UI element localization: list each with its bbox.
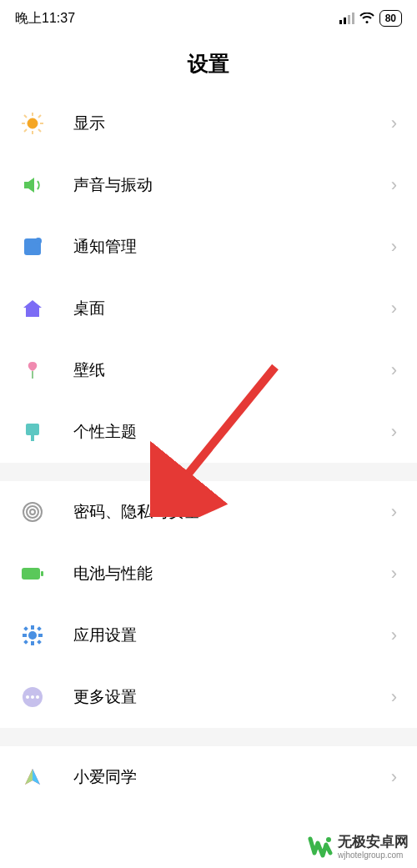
fingerprint-icon bbox=[20, 499, 45, 524]
chevron-right-icon: › bbox=[391, 625, 397, 646]
status-time: 晚上11:37 bbox=[15, 10, 75, 28]
chevron-right-icon: › bbox=[391, 174, 397, 196]
battery-icon bbox=[20, 561, 45, 586]
settings-item-sound[interactable]: 声音与振动 › bbox=[0, 154, 417, 216]
svg-point-18 bbox=[27, 506, 38, 518]
svg-point-32 bbox=[26, 695, 29, 699]
settings-item-label: 密码、隐私与安全 bbox=[73, 501, 391, 523]
more-icon bbox=[20, 685, 45, 710]
brightness-icon bbox=[20, 111, 45, 136]
settings-item-label: 更多设置 bbox=[73, 686, 391, 708]
chevron-right-icon: › bbox=[391, 298, 397, 319]
chevron-right-icon: › bbox=[391, 236, 397, 258]
svg-rect-2 bbox=[348, 15, 350, 24]
settings-item-label: 声音与振动 bbox=[73, 174, 391, 196]
svg-rect-30 bbox=[23, 640, 28, 645]
svg-rect-16 bbox=[31, 435, 34, 441]
status-right: 80 bbox=[339, 10, 402, 27]
home-icon bbox=[20, 296, 45, 321]
svg-rect-15 bbox=[26, 424, 39, 435]
svg-rect-23 bbox=[31, 625, 34, 630]
watermark-title: 无极安卓网 bbox=[338, 835, 409, 850]
settings-group-1: 显示 › 声音与振动 › 通知管理 › 桌面 › 壁纸 › 个性主题 › bbox=[0, 93, 417, 463]
settings-item-label: 电池与性能 bbox=[73, 563, 391, 585]
chevron-right-icon: › bbox=[391, 359, 397, 381]
chevron-right-icon: › bbox=[391, 563, 397, 585]
settings-item-label: 通知管理 bbox=[73, 236, 391, 258]
svg-rect-0 bbox=[339, 20, 342, 24]
svg-rect-20 bbox=[22, 568, 40, 580]
page-title: 设置 bbox=[0, 50, 417, 78]
svg-line-10 bbox=[38, 129, 41, 132]
section-divider bbox=[0, 463, 417, 481]
settings-group-3: 小爱同学 › bbox=[0, 746, 417, 808]
settings-item-battery[interactable]: 电池与性能 › bbox=[0, 543, 417, 605]
settings-item-more[interactable]: 更多设置 › bbox=[0, 666, 417, 728]
svg-point-33 bbox=[31, 695, 34, 699]
svg-rect-28 bbox=[37, 640, 42, 645]
notification-icon bbox=[20, 234, 45, 259]
chevron-right-icon: › bbox=[391, 686, 397, 708]
svg-rect-3 bbox=[352, 13, 354, 24]
settings-item-xiaoai[interactable]: 小爱同学 › bbox=[0, 746, 417, 808]
settings-item-notifications[interactable]: 通知管理 › bbox=[0, 216, 417, 278]
wallpaper-icon bbox=[20, 358, 45, 383]
svg-point-36 bbox=[326, 837, 331, 842]
sound-icon bbox=[20, 173, 45, 198]
svg-line-11 bbox=[38, 115, 41, 118]
wifi-icon bbox=[359, 13, 374, 24]
app-settings-icon bbox=[20, 623, 45, 648]
settings-item-label: 显示 bbox=[73, 113, 391, 134]
settings-item-app-settings[interactable]: 应用设置 › bbox=[0, 605, 417, 666]
svg-point-22 bbox=[28, 631, 37, 640]
settings-item-home[interactable]: 桌面 › bbox=[0, 278, 417, 339]
svg-point-4 bbox=[28, 118, 38, 128]
watermark: 无极安卓网 wjhotelgroup.com bbox=[308, 835, 409, 860]
svg-line-9 bbox=[24, 115, 27, 118]
svg-point-34 bbox=[36, 695, 39, 699]
svg-rect-21 bbox=[41, 571, 43, 576]
svg-rect-25 bbox=[23, 634, 27, 637]
status-bar: 晚上11:37 80 bbox=[0, 0, 417, 32]
svg-point-14 bbox=[35, 238, 42, 244]
signal-icon bbox=[339, 13, 354, 24]
settings-item-label: 桌面 bbox=[73, 298, 391, 319]
settings-item-display[interactable]: 显示 › bbox=[0, 93, 417, 154]
svg-rect-26 bbox=[38, 634, 43, 637]
chevron-right-icon: › bbox=[391, 113, 397, 134]
svg-rect-27 bbox=[23, 626, 28, 631]
settings-item-wallpaper[interactable]: 壁纸 › bbox=[0, 339, 417, 401]
svg-line-12 bbox=[24, 129, 27, 132]
chevron-right-icon: › bbox=[391, 421, 397, 443]
battery-level: 80 bbox=[379, 10, 402, 27]
chevron-right-icon: › bbox=[391, 766, 397, 788]
svg-rect-1 bbox=[344, 18, 346, 24]
watermark-logo-icon bbox=[308, 835, 333, 860]
settings-item-themes[interactable]: 个性主题 › bbox=[0, 401, 417, 463]
settings-item-label: 个性主题 bbox=[73, 421, 391, 443]
settings-item-label: 小爱同学 bbox=[73, 766, 391, 788]
svg-rect-29 bbox=[37, 626, 42, 631]
settings-group-2: 密码、隐私与安全 › 电池与性能 › 应用设置 › 更 bbox=[0, 481, 417, 728]
settings-item-label: 壁纸 bbox=[73, 359, 391, 381]
settings-item-label: 应用设置 bbox=[73, 625, 391, 646]
settings-item-privacy-security[interactable]: 密码、隐私与安全 › bbox=[0, 481, 417, 543]
watermark-url: wjhotelgroup.com bbox=[338, 850, 409, 860]
svg-point-19 bbox=[30, 509, 35, 514]
svg-rect-24 bbox=[31, 641, 34, 645]
chevron-right-icon: › bbox=[391, 501, 397, 523]
xiaoai-icon bbox=[20, 765, 45, 790]
theme-icon bbox=[20, 419, 45, 444]
section-divider bbox=[0, 728, 417, 746]
